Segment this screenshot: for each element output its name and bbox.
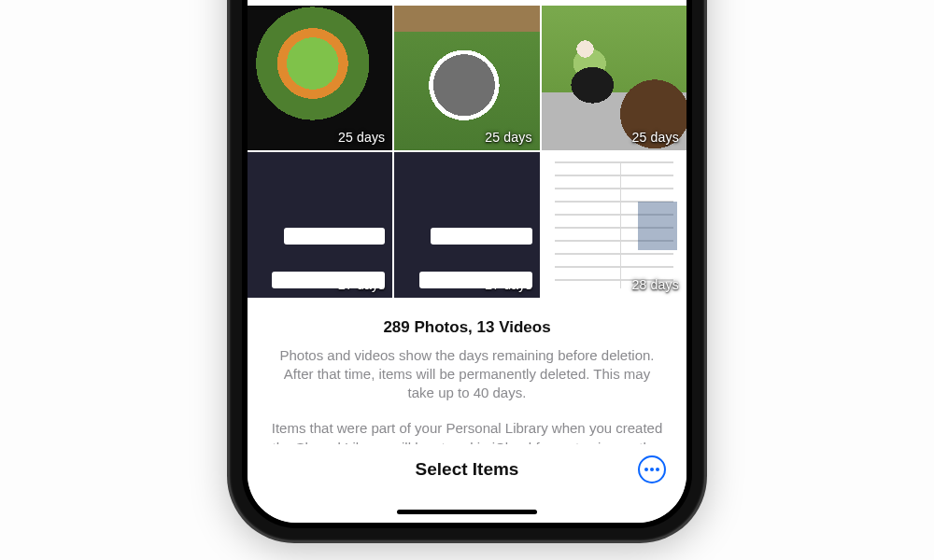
days-remaining-label: 25 days bbox=[338, 130, 385, 145]
ellipsis-icon bbox=[656, 468, 659, 471]
grid-item[interactable]: 25 days bbox=[394, 6, 539, 150]
photo-grid: 25 days 25 days 25 days 27 days 27 days bbox=[248, 6, 686, 298]
home-indicator[interactable] bbox=[397, 510, 537, 514]
phone-bezel: 25 days 25 days 25 days 27 days 27 days bbox=[242, 0, 692, 528]
days-remaining-label: 28 days bbox=[632, 277, 679, 292]
ellipsis-icon bbox=[644, 468, 648, 471]
select-items-title: Select Items bbox=[416, 459, 519, 480]
grid-item[interactable]: 25 days bbox=[248, 6, 392, 150]
grid-item[interactable]: 28 days bbox=[542, 152, 686, 297]
deletion-policy-text: Photos and videos show the days remainin… bbox=[270, 346, 664, 403]
bottom-action-bar: Select Items bbox=[248, 444, 686, 523]
days-remaining-label: 25 days bbox=[632, 130, 679, 145]
item-count-summary: 289 Photos, 13 Videos bbox=[270, 318, 664, 337]
more-options-button[interactable] bbox=[638, 455, 666, 483]
days-remaining-label: 27 days bbox=[338, 277, 385, 292]
ellipsis-icon bbox=[650, 468, 654, 471]
days-remaining-label: 25 days bbox=[485, 130, 531, 145]
days-remaining-label: 27 days bbox=[485, 277, 531, 292]
grid-item[interactable]: 25 days bbox=[542, 6, 686, 150]
phone-screen: 25 days 25 days 25 days 27 days 27 days bbox=[248, 0, 686, 523]
grid-item[interactable]: 27 days bbox=[394, 152, 539, 297]
phone-frame: 25 days 25 days 25 days 27 days 27 days bbox=[229, 0, 705, 541]
grid-item[interactable]: 27 days bbox=[248, 152, 392, 297]
grid-footer: 289 Photos, 13 Videos Photos and videos … bbox=[248, 298, 686, 465]
